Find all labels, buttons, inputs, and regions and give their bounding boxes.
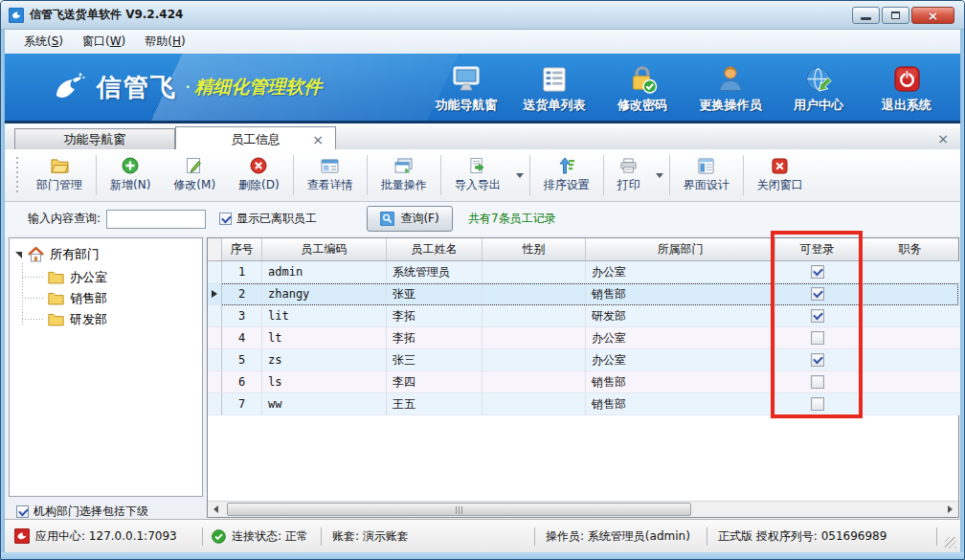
table-row[interactable]: 4 lt 李拓 办公室 bbox=[208, 327, 958, 349]
menu-help[interactable]: 帮助(H) bbox=[135, 30, 194, 54]
ui-design-button[interactable]: 界面设计 bbox=[672, 149, 741, 201]
scrollbar-thumb[interactable] bbox=[227, 503, 691, 516]
home-icon bbox=[28, 247, 44, 262]
sort-settings-button[interactable]: 排序设置 bbox=[532, 149, 601, 201]
print-button[interactable]: 打印 bbox=[606, 149, 652, 201]
scroll-right-icon[interactable] bbox=[942, 502, 958, 517]
col-header-can-login[interactable]: 可登录 bbox=[775, 238, 860, 260]
tab-function-nav[interactable]: 功能导航窗 bbox=[14, 128, 175, 151]
scroll-left-icon[interactable] bbox=[208, 502, 224, 517]
close-button[interactable]: × bbox=[911, 7, 954, 24]
folder-icon bbox=[51, 158, 69, 174]
record-count-text: 共有7条员工记录 bbox=[468, 211, 556, 227]
col-header-gender[interactable]: 性别 bbox=[482, 238, 586, 260]
col-header-duty[interactable]: 职务 bbox=[860, 238, 960, 260]
app-center-icon bbox=[14, 528, 30, 544]
can-login-checkbox[interactable] bbox=[811, 375, 824, 389]
tree-node-rnd[interactable]: 研发部 bbox=[48, 311, 107, 328]
title-bar[interactable]: 信管飞送货单软件 V9.2.424 × bbox=[1, 1, 964, 30]
can-login-checkbox[interactable] bbox=[811, 287, 824, 301]
import-export-button[interactable]: 导入导出 bbox=[443, 149, 512, 201]
monitor-icon bbox=[451, 65, 482, 94]
account-status: 账套: 演示账套 bbox=[332, 520, 409, 552]
tab-close-icon[interactable]: × bbox=[312, 133, 324, 146]
can-login-checkbox[interactable] bbox=[811, 265, 824, 279]
nav-user-center-button[interactable]: 用户中心 bbox=[780, 59, 857, 117]
tab-employee-info[interactable]: 员工信息 × bbox=[175, 126, 336, 152]
minimize-icon bbox=[861, 17, 871, 20]
can-login-checkbox[interactable] bbox=[811, 353, 824, 367]
restore-button[interactable] bbox=[882, 7, 909, 24]
include-sub-checkbox[interactable] bbox=[16, 505, 29, 518]
brand-name: 信管飞 bbox=[97, 71, 177, 104]
delete-button[interactable]: 删除(D) bbox=[227, 149, 291, 201]
menu-window[interactable]: 窗口(W) bbox=[73, 30, 135, 54]
nav-change-password-button[interactable]: 修改密码 bbox=[604, 59, 681, 117]
can-login-checkbox[interactable] bbox=[811, 397, 824, 411]
tree-node-sales[interactable]: 销售部 bbox=[48, 290, 107, 307]
tree-node-office[interactable]: 办公室 bbox=[48, 269, 107, 286]
brand-dot: · bbox=[185, 76, 191, 99]
magnifier-icon bbox=[380, 212, 394, 226]
show-resigned-checkbox[interactable] bbox=[219, 213, 232, 225]
operator-icon bbox=[716, 64, 745, 94]
can-login-checkbox[interactable] bbox=[811, 309, 824, 323]
toolbar-grip[interactable] bbox=[14, 157, 21, 193]
import-export-dropdown-icon[interactable] bbox=[516, 173, 524, 178]
row-marker bbox=[208, 283, 222, 305]
batch-operation-button[interactable]: 批量操作 bbox=[370, 149, 438, 201]
print-dropdown-icon[interactable] bbox=[656, 173, 663, 178]
tree-node-all-departments[interactable]: 所有部门 bbox=[15, 246, 100, 263]
lock-icon bbox=[627, 64, 658, 94]
operator-status: 操作员: 系统管理员(admin) bbox=[546, 520, 690, 552]
row-marker bbox=[208, 371, 222, 393]
menu-bar: 系统(S) 窗口(W) 帮助(H) bbox=[5, 30, 960, 54]
horizontal-scrollbar[interactable] bbox=[208, 501, 958, 517]
brand: 信管飞 · 精细化管理软件 bbox=[49, 67, 322, 107]
dept-manage-button[interactable]: 部门管理 bbox=[25, 149, 94, 201]
table-row[interactable]: 6 ls 李四 销售部 bbox=[208, 371, 958, 393]
minimize-button[interactable] bbox=[852, 7, 880, 24]
add-button[interactable]: 新增(N) bbox=[99, 149, 162, 201]
table-row[interactable]: 5 zs 张三 办公室 bbox=[208, 349, 958, 371]
nav-change-operator-button[interactable]: 更换操作员 bbox=[692, 59, 769, 117]
employee-grid: 序号 员工编码 员工姓名 性别 所属部门 可登录 职务 1 admin 系统管理… bbox=[207, 237, 959, 518]
folder-icon bbox=[48, 313, 64, 326]
query-button[interactable]: 查询(F) bbox=[367, 206, 453, 232]
close-window-button[interactable]: 关闭窗口 bbox=[746, 149, 815, 201]
ui-design-icon bbox=[698, 158, 714, 174]
add-icon bbox=[122, 157, 139, 174]
table-row[interactable]: 2 zhangy 张亚 销售部 bbox=[208, 283, 958, 305]
search-input[interactable] bbox=[106, 210, 206, 229]
menu-system[interactable]: 系统(S) bbox=[14, 30, 73, 54]
row-marker bbox=[208, 393, 222, 415]
col-header-code[interactable]: 员工编码 bbox=[262, 238, 387, 260]
table-row[interactable]: 3 lit 李拓 研发部 bbox=[208, 305, 958, 327]
sort-icon bbox=[558, 157, 575, 174]
detail-icon bbox=[321, 158, 339, 174]
main-area: 所有部门 办公室 销售部 研发部 机构部门选择包括下级 序号 bbox=[5, 235, 960, 519]
tabstrip-close-icon[interactable]: × bbox=[937, 131, 949, 146]
col-header-dept[interactable]: 所属部门 bbox=[586, 238, 775, 260]
table-row[interactable]: 7 ww 王五 销售部 bbox=[208, 393, 958, 415]
license-status: 正式版 授权序列号: 051696989 bbox=[718, 520, 886, 552]
can-login-checkbox[interactable] bbox=[811, 331, 824, 345]
show-resigned-label: 显示已离职员工 bbox=[236, 211, 317, 227]
table-row[interactable]: 1 admin 系统管理员 办公室 bbox=[208, 261, 958, 283]
nav-exit-system-button[interactable]: 退出系统 bbox=[868, 59, 945, 117]
nav-delivery-list-button[interactable]: 送货单列表 bbox=[516, 59, 593, 117]
user-center-icon bbox=[804, 64, 834, 94]
tab-strip: 功能导航窗 员工信息 × × bbox=[5, 121, 960, 149]
col-header-name[interactable]: 员工姓名 bbox=[387, 238, 482, 260]
nav-function-window-button[interactable]: 功能导航窗 bbox=[428, 59, 505, 117]
row-marker bbox=[208, 305, 222, 327]
tree-expand-icon[interactable] bbox=[15, 252, 22, 258]
tree-footer: 机构部门选择包括下级 bbox=[16, 504, 148, 520]
edit-button[interactable]: 修改(M) bbox=[162, 149, 227, 201]
grid-header: 序号 员工编码 员工姓名 性别 所属部门 可登录 职务 bbox=[208, 238, 958, 261]
col-header-no[interactable]: 序号 bbox=[222, 238, 262, 260]
view-detail-button[interactable]: 查看详情 bbox=[296, 149, 365, 201]
resize-grip[interactable] bbox=[945, 537, 956, 549]
banner-nav: 功能导航窗 送货单列表 修改密码 bbox=[428, 59, 945, 117]
search-row: 输入内容查询: 显示已离职员工 查询(F) 共有7条员工记录 bbox=[5, 202, 960, 235]
